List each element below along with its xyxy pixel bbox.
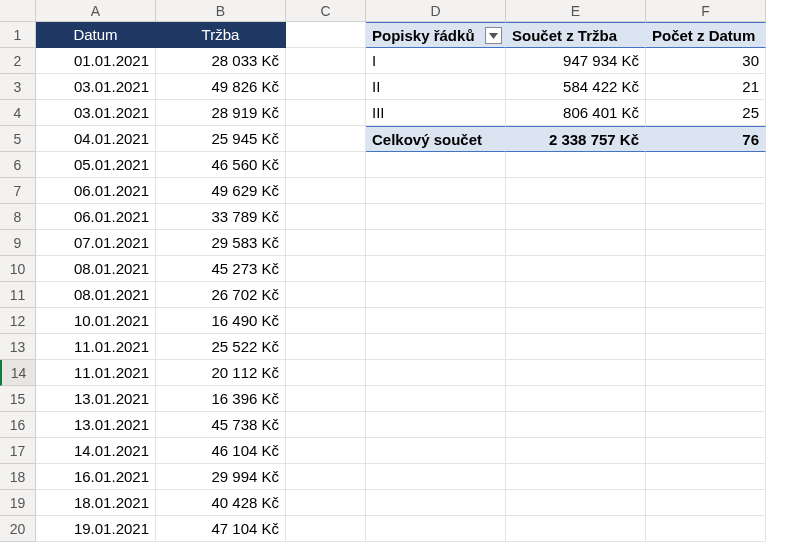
pivot-header-sum[interactable]: Součet z Tržba [506, 22, 646, 48]
cell-F12[interactable] [646, 308, 766, 334]
cell-F6[interactable] [646, 152, 766, 178]
col-header-F[interactable]: F [646, 0, 766, 22]
data-amount[interactable]: 46 560 Kč [156, 152, 286, 178]
pivot-row-count[interactable]: 25 [646, 100, 766, 126]
data-date[interactable]: 04.01.2021 [36, 126, 156, 152]
row-header-17[interactable]: 17 [0, 438, 36, 464]
data-amount[interactable]: 46 104 Kč [156, 438, 286, 464]
cell-D12[interactable] [366, 308, 506, 334]
cell-E18[interactable] [506, 464, 646, 490]
cell-F19[interactable] [646, 490, 766, 516]
col-header-C[interactable]: C [286, 0, 366, 22]
cell-F20[interactable] [646, 516, 766, 542]
data-amount[interactable]: 25 945 Kč [156, 126, 286, 152]
cell-E6[interactable] [506, 152, 646, 178]
row-header-16[interactable]: 16 [0, 412, 36, 438]
pivot-row-label[interactable]: I [366, 48, 506, 74]
filter-dropdown-icon[interactable] [485, 27, 502, 44]
pivot-header-rowlabels[interactable]: Popisky řádků [366, 22, 506, 48]
cell-E10[interactable] [506, 256, 646, 282]
pivot-header-count[interactable]: Počet z Datum [646, 22, 766, 48]
cell-C12[interactable] [286, 308, 366, 334]
table-header-trzba[interactable]: Tržba [156, 22, 286, 48]
cell-E12[interactable] [506, 308, 646, 334]
cell-E20[interactable] [506, 516, 646, 542]
pivot-total-sum[interactable]: 2 338 757 Kč [506, 126, 646, 152]
cell-C14[interactable] [286, 360, 366, 386]
row-header-18[interactable]: 18 [0, 464, 36, 490]
row-header-19[interactable]: 19 [0, 490, 36, 516]
cell-D8[interactable] [366, 204, 506, 230]
cell-F9[interactable] [646, 230, 766, 256]
data-date[interactable]: 03.01.2021 [36, 100, 156, 126]
cell-C5[interactable] [286, 126, 366, 152]
cell-D10[interactable] [366, 256, 506, 282]
data-date[interactable]: 13.01.2021 [36, 412, 156, 438]
cell-E16[interactable] [506, 412, 646, 438]
cell-C18[interactable] [286, 464, 366, 490]
data-amount[interactable]: 16 396 Kč [156, 386, 286, 412]
data-amount[interactable]: 49 826 Kč [156, 74, 286, 100]
pivot-row-sum[interactable]: 947 934 Kč [506, 48, 646, 74]
row-header-14[interactable]: 14 [0, 360, 36, 386]
data-date[interactable]: 11.01.2021 [36, 334, 156, 360]
data-date[interactable]: 19.01.2021 [36, 516, 156, 542]
data-amount[interactable]: 26 702 Kč [156, 282, 286, 308]
cell-D20[interactable] [366, 516, 506, 542]
cell-D19[interactable] [366, 490, 506, 516]
cell-C1[interactable] [286, 22, 366, 48]
row-header-20[interactable]: 20 [0, 516, 36, 542]
data-date[interactable]: 10.01.2021 [36, 308, 156, 334]
data-amount[interactable]: 33 789 Kč [156, 204, 286, 230]
cell-F10[interactable] [646, 256, 766, 282]
row-header-1[interactable]: 1 [0, 22, 36, 48]
cell-C13[interactable] [286, 334, 366, 360]
cell-F8[interactable] [646, 204, 766, 230]
pivot-row-count[interactable]: 21 [646, 74, 766, 100]
cell-D16[interactable] [366, 412, 506, 438]
pivot-row-sum[interactable]: 584 422 Kč [506, 74, 646, 100]
data-amount[interactable]: 20 112 Kč [156, 360, 286, 386]
cell-F14[interactable] [646, 360, 766, 386]
data-amount[interactable]: 45 738 Kč [156, 412, 286, 438]
row-header-11[interactable]: 11 [0, 282, 36, 308]
cell-D15[interactable] [366, 386, 506, 412]
data-date[interactable]: 03.01.2021 [36, 74, 156, 100]
cell-D6[interactable] [366, 152, 506, 178]
cell-C2[interactable] [286, 48, 366, 74]
select-all-corner[interactable] [0, 0, 36, 22]
cell-C16[interactable] [286, 412, 366, 438]
cell-D13[interactable] [366, 334, 506, 360]
cell-F18[interactable] [646, 464, 766, 490]
col-header-B[interactable]: B [156, 0, 286, 22]
data-date[interactable]: 11.01.2021 [36, 360, 156, 386]
cell-C8[interactable] [286, 204, 366, 230]
cell-D18[interactable] [366, 464, 506, 490]
cell-E11[interactable] [506, 282, 646, 308]
data-amount[interactable]: 28 033 Kč [156, 48, 286, 74]
col-header-A[interactable]: A [36, 0, 156, 22]
data-date[interactable]: 08.01.2021 [36, 282, 156, 308]
data-date[interactable]: 01.01.2021 [36, 48, 156, 74]
cell-F13[interactable] [646, 334, 766, 360]
pivot-row-count[interactable]: 30 [646, 48, 766, 74]
cell-D9[interactable] [366, 230, 506, 256]
cell-F17[interactable] [646, 438, 766, 464]
data-amount[interactable]: 29 994 Kč [156, 464, 286, 490]
row-header-15[interactable]: 15 [0, 386, 36, 412]
row-header-7[interactable]: 7 [0, 178, 36, 204]
data-amount[interactable]: 47 104 Kč [156, 516, 286, 542]
cell-C17[interactable] [286, 438, 366, 464]
col-header-D[interactable]: D [366, 0, 506, 22]
data-amount[interactable]: 49 629 Kč [156, 178, 286, 204]
row-header-13[interactable]: 13 [0, 334, 36, 360]
pivot-row-label[interactable]: II [366, 74, 506, 100]
cell-D14[interactable] [366, 360, 506, 386]
table-header-datum[interactable]: Datum [36, 22, 156, 48]
cell-C3[interactable] [286, 74, 366, 100]
row-header-12[interactable]: 12 [0, 308, 36, 334]
cell-E19[interactable] [506, 490, 646, 516]
cell-E17[interactable] [506, 438, 646, 464]
row-header-3[interactable]: 3 [0, 74, 36, 100]
cell-E14[interactable] [506, 360, 646, 386]
